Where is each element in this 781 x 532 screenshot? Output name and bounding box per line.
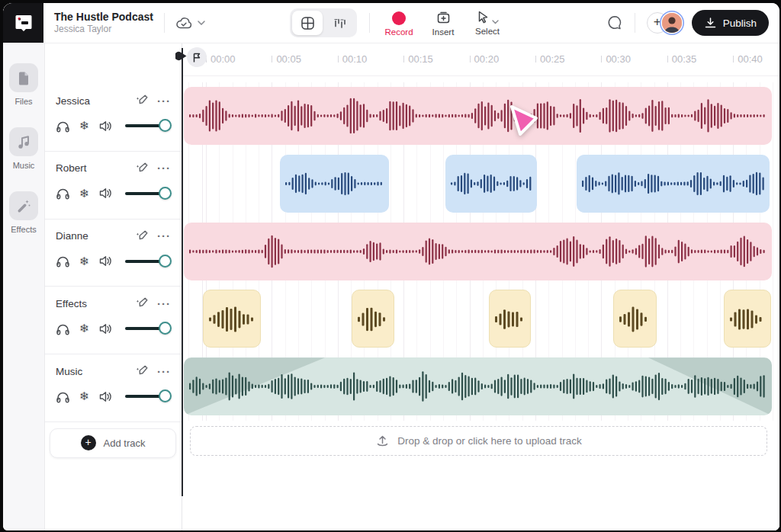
tick-label: 00:15 [408,53,433,65]
insert-icon [435,10,452,25]
waveform [445,155,537,213]
app-window: The Hustle Podcast Jessica Taylor [0,0,781,532]
volume-icon[interactable] [98,390,113,403]
volume-icon[interactable] [98,322,113,335]
select-button[interactable]: Select [471,10,504,36]
playhead-pin[interactable] [175,50,188,62]
volume-icon[interactable] [98,187,113,200]
audio-clip-effects[interactable] [724,290,771,348]
magic-edit-icon[interactable] [134,162,148,175]
tick-mark [470,56,471,62]
volume-slider-knob[interactable] [159,119,172,132]
sync-status-button[interactable] [175,16,205,30]
project-info[interactable]: The Hustle Podcast Jessica Taylor [54,11,153,36]
volume-slider-knob[interactable] [159,255,172,268]
volume-slider[interactable] [125,327,165,330]
magic-edit-icon[interactable] [134,94,148,107]
volume-icon[interactable] [98,120,113,133]
track-header-music: Music ··· ❄ [45,354,182,422]
freeze-icon[interactable]: ❄ [79,322,89,335]
insert-button[interactable]: Insert [426,10,460,37]
app-logo-icon [14,13,34,33]
sidebar-item-music[interactable]: Music [9,127,38,170]
audio-clip-robert[interactable] [577,155,770,213]
project-author: Jessica Taylor [54,24,153,35]
freeze-icon[interactable]: ❄ [79,255,89,268]
track-more-button[interactable]: ··· [157,95,171,107]
audio-clip-jessica[interactable] [184,87,772,145]
marker-flag-button[interactable] [187,47,207,67]
track-name: Robert [56,162,87,174]
sidebar-item-label: Files [14,97,32,106]
sidebar-item-effects[interactable]: Effects [9,191,38,234]
audio-clip-music[interactable] [184,357,772,415]
magic-edit-icon[interactable] [134,296,148,310]
freeze-icon[interactable]: ❄ [79,389,89,403]
ruler-tick: 00:25 [535,53,565,65]
track-more-button[interactable]: ··· [157,229,171,242]
waveform [725,290,771,348]
timeline-row-effects [182,285,779,353]
view-toggle-group [290,8,357,37]
volume-slider[interactable] [125,192,165,195]
waveform [184,87,772,145]
magic-edit-icon[interactable] [134,229,148,243]
layout-view-button[interactable] [292,11,323,35]
track-more-button[interactable]: ··· [157,162,171,175]
upload-label: Drop & drop or click here to upload trac… [397,435,582,447]
volume-slider[interactable] [125,395,165,398]
audio-clip-dianne[interactable] [184,223,772,280]
tick-mark [667,56,668,62]
project-title: The Hustle Podcast [54,11,153,24]
freeze-icon[interactable]: ❄ [79,119,89,133]
audio-clip-effects[interactable] [352,290,394,348]
tick-label: 00:25 [540,53,565,65]
tick-label: 00:00 [211,53,236,65]
app-logo[interactable] [3,3,43,43]
waveform [184,223,772,280]
playhead-line[interactable] [182,48,183,496]
upload-track-dropzone[interactable]: Drop & drop or click here to upload trac… [190,426,767,456]
track-more-button[interactable]: ··· [157,365,171,378]
timeline[interactable]: 00:00 00:05 00:10 00:15 00:20 00:25 00:3… [182,43,779,530]
audio-clip-effects[interactable] [489,290,531,348]
tick-label: 00:05 [276,53,301,65]
timeline-ruler[interactable]: 00:00 00:05 00:10 00:15 00:20 00:25 00:3… [182,43,779,76]
ruler-tick: 00:20 [470,53,500,65]
add-track-label: Add track [104,437,146,449]
left-sidebar: Files Music Effects [3,43,45,530]
audio-clip-effects[interactable] [203,290,261,348]
record-button[interactable]: Record [382,10,416,37]
volume-slider-knob[interactable] [159,187,172,200]
headphones-icon[interactable] [56,187,70,200]
headphones-icon[interactable] [56,322,70,335]
tick-mark [535,56,536,62]
track-more-button[interactable]: ··· [157,297,171,310]
audio-clip-robert[interactable] [280,155,389,213]
add-track-button[interactable]: + Add track [50,428,176,458]
track-header-robert: Robert ··· ❄ [45,152,182,220]
volume-slider-knob[interactable] [159,322,172,335]
freeze-icon[interactable]: ❄ [79,187,89,200]
avatar[interactable] [662,13,682,33]
audio-clip-robert[interactable] [445,155,537,213]
headphones-icon[interactable] [56,120,70,133]
publish-button[interactable]: Publish [692,10,769,36]
tick-label: 00:40 [738,53,763,65]
audio-clip-effects[interactable] [613,290,657,348]
volume-slider[interactable] [125,260,165,263]
sequencer-view-button[interactable] [324,11,355,35]
sidebar-item-label: Music [13,161,35,170]
headphones-icon[interactable] [56,255,70,268]
volume-slider[interactable] [125,124,165,127]
comments-button[interactable] [606,14,623,31]
volume-icon[interactable] [98,255,113,268]
waveform [352,290,394,348]
sidebar-item-files[interactable]: Files [9,63,38,106]
ruler-tick: 00:30 [601,53,631,65]
plus-icon: + [81,435,96,450]
headphones-icon[interactable] [56,390,70,403]
timeline-row-jessica [182,82,779,150]
magic-edit-icon[interactable] [134,364,148,378]
volume-slider-knob[interactable] [159,389,172,402]
